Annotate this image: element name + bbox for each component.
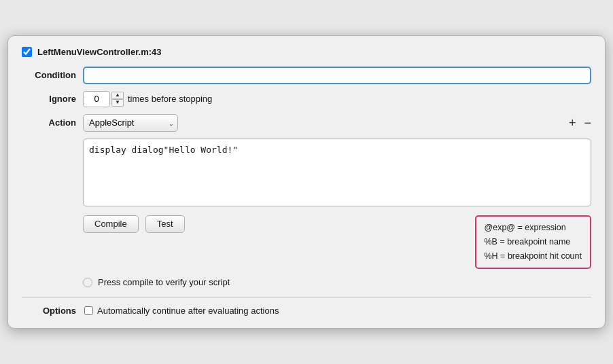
action-label: Action <box>22 117 76 128</box>
stepper-up[interactable]: ▲ <box>111 92 124 99</box>
compile-note-text: Press compile to verify your script <box>98 277 230 287</box>
hint-line-3: %H = breakpoint hit count <box>485 249 582 263</box>
buttons-hints-row: Compile Test @exp@ = expression %B = bre… <box>83 215 591 270</box>
ignore-row: Ignore ▲ ▼ times before stopping <box>22 91 591 107</box>
options-row: Options Automatically continue after eva… <box>22 297 591 316</box>
action-row: Action AppleScript Sound Log Shell Comma… <box>22 114 591 132</box>
auto-continue-label: Automatically continue after evaluating … <box>97 306 279 316</box>
remove-action-button[interactable]: − <box>584 117 591 129</box>
stepper-down[interactable]: ▼ <box>111 99 124 107</box>
condition-input[interactable] <box>83 67 591 84</box>
auto-continue-checkbox[interactable] <box>84 306 93 315</box>
script-area-wrapper: display dialog"Hello World!" <box>83 139 591 208</box>
script-editor[interactable]: display dialog"Hello World!" <box>83 139 591 206</box>
ignore-suffix: times before stopping <box>128 94 212 104</box>
test-button[interactable]: Test <box>145 215 185 233</box>
ignore-label: Ignore <box>22 94 76 104</box>
compile-button[interactable]: Compile <box>83 215 139 233</box>
hint-line-2: %B = breakpoint name <box>485 235 582 249</box>
ignore-count-input[interactable] <box>83 91 110 107</box>
title-row: LeftMenuViewController.m:43 <box>22 47 591 57</box>
options-label: Options <box>22 306 76 316</box>
breakpoint-dialog: LeftMenuViewController.m:43 Condition Ig… <box>7 35 606 329</box>
action-select-wrapper: AppleScript Sound Log Shell Command <box>83 114 178 132</box>
hints-box: @exp@ = expression %B = breakpoint name … <box>475 215 592 270</box>
compile-note-row: Press compile to verify your script <box>83 277 591 287</box>
enabled-checkbox[interactable] <box>22 47 32 57</box>
dialog-title: LeftMenuViewController.m:43 <box>37 47 162 57</box>
action-select[interactable]: AppleScript Sound Log Shell Command <box>83 114 178 132</box>
add-remove-buttons: + − <box>569 117 591 129</box>
add-action-button[interactable]: + <box>569 117 576 129</box>
compile-note-radio <box>83 278 92 287</box>
condition-row: Condition <box>22 67 591 84</box>
ignore-stepper: ▲ ▼ <box>111 92 124 107</box>
condition-label: Condition <box>22 70 76 80</box>
hint-line-1: @exp@ = expression <box>485 221 582 235</box>
